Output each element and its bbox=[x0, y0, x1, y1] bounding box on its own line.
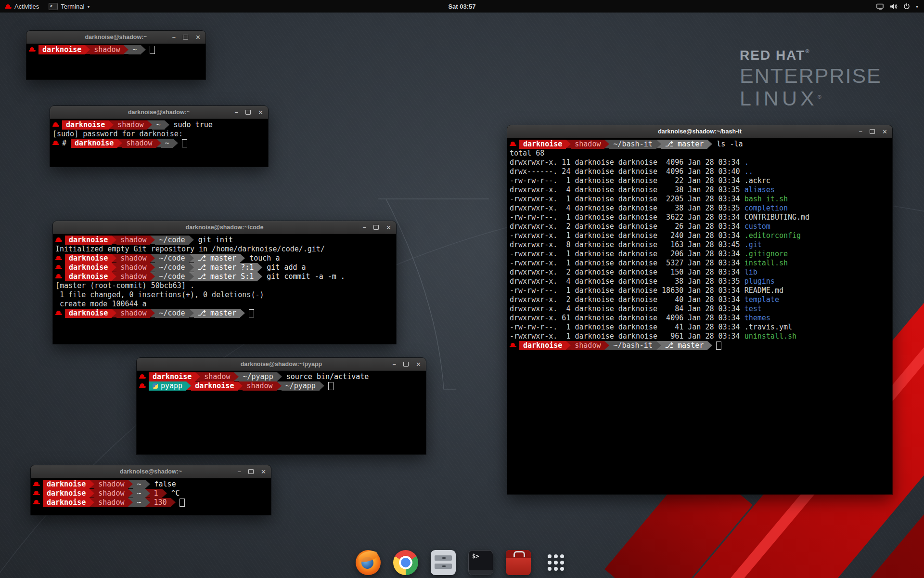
terminal-text: .git bbox=[744, 240, 762, 249]
terminal-content[interactable]: darknoiseshadow~/pyapp source bin/activa… bbox=[137, 371, 426, 456]
prompt-segment: ~/code bbox=[155, 254, 189, 263]
prompt-segment: darknoise bbox=[191, 381, 238, 391]
dock-icon-files[interactable] bbox=[431, 550, 456, 575]
terminal-line: -rw-rw-r--. 1 darknoise darknoise 3622 J… bbox=[510, 213, 892, 222]
powerline-arrow bbox=[150, 272, 155, 281]
prompt-segment: shadow bbox=[116, 236, 150, 245]
powerline-arrow bbox=[189, 272, 194, 281]
maximize-button[interactable] bbox=[183, 35, 188, 39]
terminal-line: drwxrwxr-x. 4 darknoise darknoise 38 Jan… bbox=[510, 277, 892, 286]
powerline-arrow bbox=[240, 309, 245, 317]
terminal-line: -rw-rw-r--. 1 darknoise darknoise 41 Jan… bbox=[510, 323, 892, 332]
terminal-text: lib bbox=[744, 268, 757, 276]
terminal-line: drwxrwxr-x. 61 darknoise darknoise 4096 … bbox=[510, 314, 892, 323]
close-button[interactable]: ✕ bbox=[882, 129, 887, 135]
terminal-content[interactable]: darknoiseshadow~ sudo true[sudo] passwor… bbox=[50, 119, 268, 169]
close-button[interactable]: ✕ bbox=[258, 109, 263, 116]
window-titlebar[interactable]: darknoise@shadow:~/bash-it−✕ bbox=[507, 125, 892, 138]
terminal-text: .gitignore bbox=[744, 250, 788, 258]
window-titlebar[interactable]: darknoise@shadow:~/pyapp−✕ bbox=[137, 358, 426, 371]
terminal-text: source bin/activate bbox=[282, 372, 369, 381]
prompt-segment: shadow bbox=[200, 372, 234, 381]
redhat-prompt-icon bbox=[510, 140, 517, 149]
prompt-segment: ⎇ master ?:1 bbox=[194, 263, 258, 272]
powerline-arrow bbox=[566, 140, 571, 148]
terminal-content[interactable]: darknoiseshadow~/code git initInitialize… bbox=[53, 234, 396, 346]
terminal-line: # darknoiseshadow~ bbox=[52, 139, 268, 148]
terminal-text: bash_it.sh bbox=[744, 195, 788, 203]
terminal-text: aliases bbox=[744, 185, 775, 194]
terminal-content[interactable]: darknoiseshadow~ falsedarknoiseshadow~1 … bbox=[31, 478, 271, 517]
prompt-segment: shadow bbox=[571, 341, 604, 350]
terminal-line: darknoiseshadow~/code⎇ master touch a bbox=[55, 254, 396, 263]
window-titlebar[interactable]: darknoise@shadow:~−✕ bbox=[50, 106, 268, 119]
terminal-text: drwxrwxr-x. 11 darknoise darknoise 4096 … bbox=[510, 158, 744, 167]
prompt-segment: shadow bbox=[116, 272, 150, 281]
prompt-segment: ~ bbox=[133, 489, 145, 498]
terminal-window-pyapp: darknoise@shadow:~/pyapp−✕darknoiseshado… bbox=[137, 358, 426, 454]
powerline-arrow bbox=[189, 254, 194, 263]
redhat-prompt-icon bbox=[55, 254, 63, 263]
window-titlebar[interactable]: darknoise@shadow:~/code−✕ bbox=[53, 221, 396, 234]
maximize-button[interactable] bbox=[245, 110, 251, 115]
dock-icon-chrome[interactable] bbox=[393, 550, 418, 575]
window-titlebar[interactable]: darknoise@shadow:~−✕ bbox=[31, 465, 271, 478]
powerline-arrow bbox=[189, 263, 194, 272]
terminal-cursor bbox=[180, 499, 185, 507]
activities-button[interactable]: Activities bbox=[0, 0, 44, 13]
close-button[interactable]: ✕ bbox=[386, 224, 391, 231]
dock-icon-terminal[interactable] bbox=[468, 550, 493, 575]
window-title: darknoise@shadow:~ bbox=[128, 109, 190, 116]
terminal-text: false bbox=[150, 480, 176, 488]
clock[interactable]: Sat 03:57 bbox=[448, 3, 475, 10]
minimize-button[interactable]: − bbox=[859, 129, 863, 135]
minimize-button[interactable]: − bbox=[172, 34, 176, 40]
window-title: darknoise@shadow:~/code bbox=[186, 224, 264, 231]
terminal-text: .. bbox=[744, 167, 753, 176]
prompt-segment: shadow bbox=[94, 489, 128, 498]
minimize-button[interactable]: − bbox=[393, 361, 397, 368]
window-title: darknoise@shadow:~/bash-it bbox=[658, 128, 742, 135]
terminal-text: -rw-rw-r--. 1 darknoise darknoise 3622 J… bbox=[510, 213, 809, 222]
dock bbox=[0, 550, 924, 575]
python-icon bbox=[153, 383, 158, 389]
desktop: { "topbar": { "activities_label": "Activ… bbox=[0, 0, 924, 578]
maximize-button[interactable] bbox=[403, 362, 409, 367]
close-button[interactable]: ✕ bbox=[416, 361, 421, 368]
close-button[interactable]: ✕ bbox=[195, 34, 201, 40]
chevron-down-icon: ▾ bbox=[87, 4, 90, 9]
window-titlebar[interactable]: darknoise@shadow:~−✕ bbox=[26, 31, 205, 44]
app-menu-terminal[interactable]: > Terminal ▾ bbox=[44, 0, 94, 13]
powerline-arrow bbox=[234, 372, 239, 381]
dock-icon-app-grid[interactable] bbox=[543, 550, 568, 575]
terminal-text: template bbox=[744, 295, 779, 304]
terminal-text: drwxrwxr-x. 61 darknoise darknoise 4096 … bbox=[510, 314, 744, 322]
terminal-text: sudo true bbox=[169, 120, 213, 129]
terminal-content[interactable]: darknoiseshadow~/bash-it⎇ master ls -lat… bbox=[507, 138, 892, 496]
powerline-arrow bbox=[90, 489, 94, 498]
dock-icon-firefox[interactable] bbox=[356, 550, 381, 575]
redhat-prompt-icon bbox=[55, 236, 63, 245]
prompt-segment: darknoise bbox=[71, 139, 117, 148]
prompt-segment: ~/code bbox=[155, 263, 189, 272]
maximize-button[interactable] bbox=[248, 469, 254, 474]
close-button[interactable]: ✕ bbox=[261, 469, 266, 475]
power-icon bbox=[903, 3, 910, 10]
terminal-text: drwxrwxr-x. 4 darknoise darknoise 38 Jan… bbox=[510, 204, 744, 212]
prompt-segment: ~/code bbox=[155, 236, 189, 245]
minimize-button[interactable]: − bbox=[235, 109, 239, 116]
terminal-text: drwxrwxr-x. 4 darknoise darknoise 84 Jan… bbox=[510, 304, 744, 313]
maximize-button[interactable] bbox=[870, 129, 875, 134]
terminal-app-icon: > bbox=[49, 3, 58, 10]
terminal-line: [master (root-commit) 50bcb63] . bbox=[55, 281, 396, 290]
rhel-wallpaper-branding: RED HAT® ENTERPRISE LINUX® bbox=[740, 48, 882, 109]
minimize-button[interactable]: − bbox=[363, 224, 367, 231]
redhat-prompt-icon bbox=[55, 272, 63, 281]
terminal-content[interactable]: darknoiseshadow~ bbox=[26, 44, 205, 81]
powerline-arrow bbox=[171, 498, 176, 507]
minimize-button[interactable]: − bbox=[238, 469, 242, 475]
system-status-area[interactable]: ▾ bbox=[873, 0, 922, 13]
dock-icon-toolbox[interactable] bbox=[506, 550, 531, 575]
maximize-button[interactable] bbox=[373, 225, 379, 230]
terminal-text: drwxrwxr-x. 4 darknoise darknoise 38 Jan… bbox=[510, 185, 744, 194]
